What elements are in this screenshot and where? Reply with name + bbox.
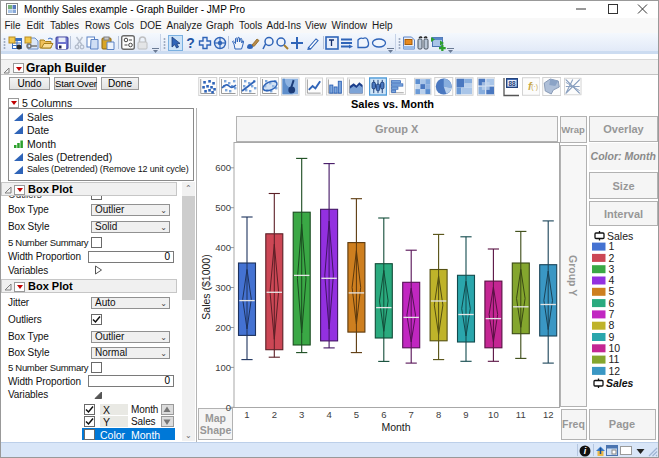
svg-text:5: 5 (609, 285, 615, 297)
svg-text:4: 4 (326, 409, 331, 420)
svg-text:10: 10 (609, 342, 621, 354)
svg-text:8: 8 (436, 409, 441, 420)
svg-text:11: 11 (516, 409, 526, 420)
svg-text:(·): (·) (531, 83, 538, 91)
svg-text:Sales ($1000): Sales ($1000) (200, 254, 212, 319)
svg-text:400: 400 (215, 242, 231, 253)
svg-text:6: 6 (609, 297, 615, 309)
svg-text:5: 5 (354, 409, 359, 420)
svg-text:12: 12 (543, 409, 554, 420)
svg-text:3: 3 (299, 409, 304, 420)
svg-text:300: 300 (215, 282, 231, 293)
svg-text:88: 88 (508, 80, 516, 87)
svg-text:500: 500 (215, 202, 231, 213)
svg-text:6: 6 (381, 409, 386, 420)
svg-text:9: 9 (609, 331, 615, 343)
svg-text:200: 200 (215, 322, 231, 333)
svg-text:1: 1 (244, 409, 249, 420)
svg-text:9: 9 (463, 409, 468, 420)
svg-text:600: 600 (215, 162, 231, 173)
svg-text:Month: Month (381, 421, 410, 433)
svg-text:7: 7 (609, 308, 615, 320)
svg-text:Sales: Sales (606, 377, 634, 389)
svg-text:2: 2 (272, 409, 277, 420)
svg-text:2: 2 (609, 252, 615, 264)
svg-text:12: 12 (609, 365, 621, 377)
svg-text:11: 11 (609, 353, 620, 365)
svg-text:0: 0 (226, 402, 231, 413)
svg-text:3: 3 (609, 263, 615, 275)
svg-text:8: 8 (609, 319, 615, 331)
svg-text:10: 10 (488, 409, 499, 420)
svg-text:1: 1 (609, 240, 615, 252)
svg-text:4: 4 (609, 274, 615, 286)
svg-text:100: 100 (215, 362, 231, 373)
svg-text:7: 7 (409, 409, 414, 420)
